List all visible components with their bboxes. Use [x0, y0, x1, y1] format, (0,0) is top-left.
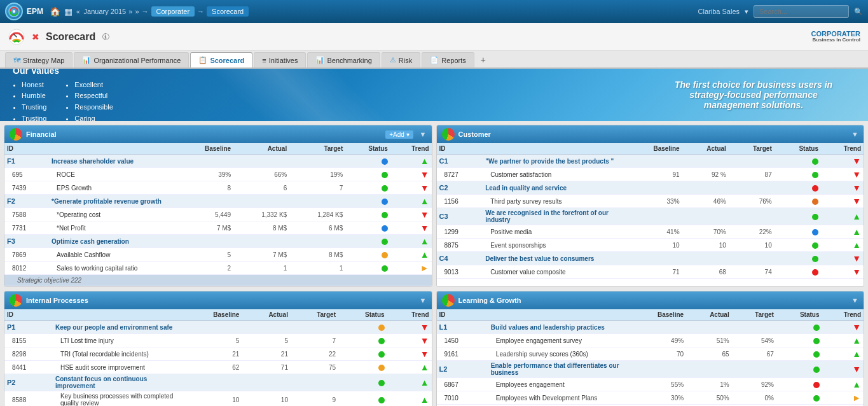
row-target: 75 — [291, 361, 338, 374]
row-status — [775, 181, 821, 195]
table-row: P2 Constant focus on continuous improvem… — [4, 374, 432, 391]
row-baseline: 62 — [180, 361, 242, 374]
row-trend: ▲ — [822, 378, 864, 391]
status-dot — [812, 269, 818, 276]
breadcrumb-corporater[interactable]: Corporater — [151, 6, 195, 17]
row-id: L1 — [437, 321, 488, 334]
row-label: Customer satisfaction — [483, 168, 623, 181]
status-dot — [382, 239, 388, 245]
row-actual — [682, 208, 729, 225]
row-id: 6867 — [437, 378, 488, 391]
row-actual — [686, 321, 732, 334]
row-trend: ► — [390, 262, 432, 275]
row-target: 10 — [729, 239, 775, 252]
tab-reports[interactable]: 📄 Reports — [422, 52, 474, 67]
row-trend: ▼ — [822, 361, 864, 378]
row-id: 8588 — [4, 391, 53, 407]
row-status — [345, 155, 390, 168]
app-logo[interactable] — [5, 3, 23, 20]
row-id: 1299 — [437, 225, 483, 239]
row-id: 7010 — [437, 391, 488, 405]
row-target: 6 M$ — [289, 221, 345, 235]
row-id: 1450 — [437, 334, 488, 347]
status-dot — [812, 172, 818, 178]
learning-filter-icon[interactable]: ▼ — [851, 297, 858, 304]
tab-org-performance[interactable]: 📊 Organizational Performance — [74, 52, 189, 67]
financial-add-button[interactable]: +Add ▾ — [385, 130, 413, 139]
row-label: LTI Lost time injury — [53, 334, 180, 347]
row-actual — [242, 374, 291, 391]
row-status — [776, 361, 822, 378]
internal-col-target: Target — [291, 309, 338, 321]
table-row: F1 Increase shareholder value ▲ — [4, 155, 432, 168]
financial-col-trend: Trend — [390, 143, 432, 155]
row-target — [291, 321, 338, 334]
search-icon[interactable]: 🔍 — [854, 8, 863, 16]
row-label: Constant focus on continuous improvement — [53, 374, 180, 391]
status-dot — [812, 199, 818, 205]
values-col-2: Excellent Respectful Responsible Caring — [65, 80, 113, 121]
home-icon[interactable]: 🏠 — [50, 6, 60, 17]
table-row: C2 Lead in quality and service ▼ — [437, 181, 864, 195]
customer-filter-icon[interactable]: ▼ — [851, 130, 858, 138]
strategic-label: Strategic objective 222 — [4, 275, 432, 286]
trend-down-icon: ▼ — [852, 183, 861, 193]
learning-col-label — [488, 309, 628, 321]
row-label: EPS Growth — [49, 181, 176, 195]
row-status — [775, 155, 821, 168]
row-baseline — [180, 374, 242, 391]
row-status — [775, 225, 821, 239]
tab-benchmarking[interactable]: 📊 Benchmarking — [307, 52, 380, 67]
row-label: Positive media — [483, 225, 623, 239]
status-dot — [813, 325, 820, 331]
row-target — [729, 181, 775, 195]
info-icon[interactable]: 🛈 — [102, 32, 109, 41]
row-label: Available Cashflow — [49, 248, 176, 262]
row-target: 19% — [289, 168, 345, 181]
trend-down-icon: ▼ — [420, 223, 429, 233]
row-trend: ▼ — [390, 208, 432, 221]
row-baseline — [623, 208, 682, 225]
row-target — [729, 208, 775, 225]
breadcrumb-date[interactable]: January 2015 — [84, 8, 127, 15]
tab-strategy-map[interactable]: 🗺 Strategy Map — [5, 52, 72, 67]
row-status — [338, 361, 387, 374]
learning-title: Learning & Growth — [458, 297, 521, 304]
tab-risk[interactable]: ⚠ Risk — [382, 52, 420, 67]
strategy-map-icon: 🗺 — [13, 57, 20, 64]
menu-icon[interactable]: ▦ — [64, 6, 72, 17]
table-row: F2 *Generate profitable revenue growth ▲ — [4, 195, 432, 208]
row-actual: 70% — [682, 225, 729, 239]
user-area: Clariba Sales ▾ 🔍 — [698, 5, 863, 18]
user-dropdown-icon[interactable]: ▾ — [745, 8, 748, 16]
page-title: Scorecard — [46, 31, 95, 43]
trend-up-icon: ▲ — [420, 395, 429, 405]
financial-filter-icon[interactable]: ▼ — [420, 130, 427, 138]
row-baseline — [176, 235, 233, 248]
tab-initiatives[interactable]: ≡ Initiatives — [254, 52, 306, 67]
row-target: 0% — [732, 391, 776, 405]
breadcrumb-scorecard[interactable]: Scorecard — [207, 6, 249, 17]
financial-col-id: ID — [4, 143, 49, 155]
table-row: 8727 Customer satisfaction 91 92 % 87 ▼ — [437, 168, 864, 181]
financial-col-baseline: Baseline — [176, 143, 233, 155]
row-id: 7731 — [4, 221, 49, 235]
row-trend: ▲ — [821, 225, 864, 239]
add-tab-button[interactable]: + — [476, 52, 491, 67]
table-row: 6867 Employees engagement 55% 1% 92% ▲ — [437, 378, 864, 391]
user-name[interactable]: Clariba Sales — [698, 8, 740, 15]
row-status — [776, 321, 822, 334]
search-input[interactable] — [754, 5, 849, 18]
row-label: We are recognised in the forefront of ou… — [483, 208, 623, 225]
tab-scorecard[interactable]: 📋 Scorecard — [190, 52, 252, 67]
row-actual — [233, 155, 289, 168]
favorite-icon[interactable]: ✖ — [32, 32, 39, 42]
internal-filter-icon[interactable]: ▼ — [420, 297, 427, 304]
row-trend: ▼ — [821, 168, 864, 181]
row-trend: ▼ — [387, 334, 432, 347]
app-name-label: EPM — [27, 7, 43, 16]
status-dot — [382, 172, 388, 178]
row-label: Employees engagement — [488, 378, 628, 391]
row-label: TRI (Total recordable incidents) — [53, 347, 180, 361]
row-actual: 21 — [242, 347, 291, 361]
